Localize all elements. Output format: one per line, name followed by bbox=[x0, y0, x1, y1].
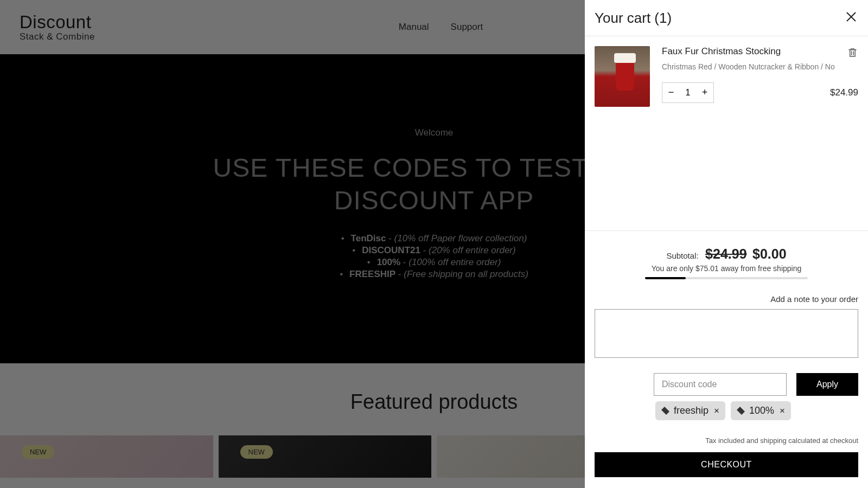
cart-panel: Your cart (1) Faux Fur Christmas Stockin… bbox=[585, 0, 868, 488]
checkout-button[interactable]: CHECKOUT bbox=[595, 452, 858, 477]
order-note-textarea[interactable] bbox=[595, 309, 858, 358]
tag-icon bbox=[661, 407, 669, 415]
item-image[interactable] bbox=[595, 46, 650, 107]
item-variant: Christmas Red / Wooden Nutcracker & Ribb… bbox=[662, 62, 858, 73]
item-name: Faux Fur Christmas Stocking bbox=[662, 46, 781, 57]
discount-tag: freeship × bbox=[655, 401, 725, 420]
close-button[interactable] bbox=[844, 9, 858, 27]
cart-header: Your cart (1) bbox=[585, 0, 868, 36]
quantity-decrease-button[interactable]: − bbox=[662, 83, 680, 102]
tag-icon bbox=[737, 407, 745, 415]
modal-overlay[interactable] bbox=[0, 0, 585, 488]
discount-tag-label: 100% bbox=[749, 405, 774, 416]
discount-row: Apply bbox=[595, 373, 858, 396]
cart-title: Your cart (1) bbox=[595, 10, 672, 27]
quantity-increase-button[interactable]: + bbox=[696, 83, 713, 102]
remove-discount-button[interactable]: × bbox=[714, 406, 719, 416]
remove-discount-button[interactable]: × bbox=[780, 406, 785, 416]
remove-item-button[interactable] bbox=[847, 46, 858, 59]
subtotal-label: Subtotal: bbox=[666, 251, 698, 260]
discount-code-input[interactable] bbox=[654, 373, 787, 396]
applied-discounts-row: freeship × 100% × bbox=[655, 401, 858, 420]
shipping-progress-fill bbox=[645, 277, 686, 279]
close-icon bbox=[846, 12, 856, 22]
cart-items: Faux Fur Christmas Stocking Christmas Re… bbox=[585, 36, 868, 117]
discount-tag: 100% × bbox=[731, 401, 791, 420]
subtotal-old-price: $24.99 bbox=[705, 246, 746, 261]
item-price: $24.99 bbox=[830, 87, 858, 98]
free-shipping-message: You are only $75.01 away from free shipp… bbox=[595, 264, 858, 273]
order-note-label: Add a note to your order bbox=[595, 294, 858, 304]
cart-footer: Subtotal: $24.99 $0.00 You are only $75.… bbox=[585, 230, 868, 488]
subtotal-new-price: $0.00 bbox=[752, 246, 787, 261]
item-details: Faux Fur Christmas Stocking Christmas Re… bbox=[662, 46, 858, 107]
subtotal-row: Subtotal: $24.99 $0.00 bbox=[595, 246, 858, 262]
trash-icon bbox=[848, 47, 857, 57]
cart-item: Faux Fur Christmas Stocking Christmas Re… bbox=[595, 46, 858, 107]
apply-discount-button[interactable]: Apply bbox=[796, 373, 858, 396]
quantity-value: 1 bbox=[680, 88, 696, 98]
shipping-progress-bar bbox=[645, 277, 808, 279]
tax-shipping-message: Tax included and shipping calculated at … bbox=[595, 436, 858, 445]
discount-tag-label: freeship bbox=[674, 405, 709, 416]
quantity-control: − 1 + bbox=[662, 82, 714, 103]
